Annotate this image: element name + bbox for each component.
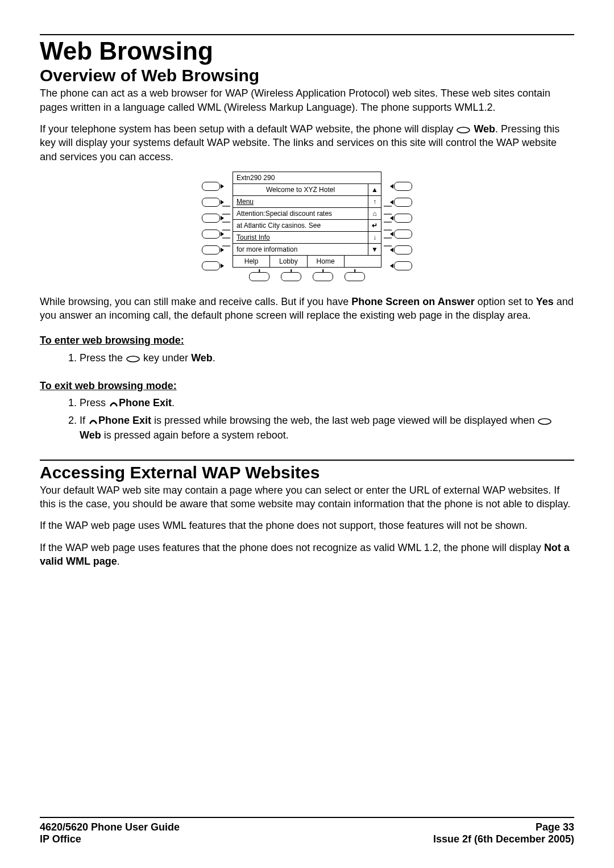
p2-web: Web bbox=[474, 123, 495, 135]
side-button-right bbox=[394, 214, 412, 223]
footer-left1: 4620/5620 Phone User Guide bbox=[40, 821, 180, 833]
section2-p2: If the WAP web page uses WML features th… bbox=[40, 519, 574, 532]
top-rule bbox=[40, 34, 574, 35]
scroll-page-up-icon: ▲ bbox=[368, 184, 381, 196]
side-button-left bbox=[202, 182, 220, 191]
scroll-page-down-icon: ▼ bbox=[368, 244, 381, 255]
bottom-soft-buttons bbox=[233, 268, 381, 281]
section1-p3: While browsing, you can still make and r… bbox=[40, 295, 574, 323]
side-button-right bbox=[394, 182, 412, 191]
page-title: Web Browsing bbox=[40, 37, 574, 65]
soft-button bbox=[313, 272, 333, 281]
svg-point-1 bbox=[127, 356, 139, 362]
section1-p2: If your telephone system has been setup … bbox=[40, 122, 574, 164]
exit-steps: Press Phone Exit. If Phone Exit is press… bbox=[40, 396, 574, 443]
scroll-up-icon: ↑ bbox=[368, 196, 381, 208]
side-button-right bbox=[394, 198, 412, 207]
screen-scrollbar: ▲ ↑ ⌂ ↵ ↓ ▼ bbox=[368, 184, 381, 255]
side-button-right bbox=[394, 229, 412, 239]
side-button-right bbox=[394, 261, 412, 270]
exit-heading: To exit web browsing mode: bbox=[40, 379, 574, 393]
enter-steps: Press the key under Web. bbox=[40, 351, 574, 365]
exit-step-1: Press Phone Exit. bbox=[80, 396, 574, 410]
footer-right2: Issue 2f (6th December 2005) bbox=[433, 833, 574, 845]
softkey-blank bbox=[345, 256, 381, 267]
phone-icon bbox=[88, 416, 98, 425]
soft-key-icon bbox=[537, 418, 552, 425]
svg-point-0 bbox=[457, 127, 470, 133]
screen-line2: at Atlantic City casinos. See bbox=[233, 220, 368, 232]
section2-p3: If the WAP web page uses features that t… bbox=[40, 541, 574, 569]
page-footer: 4620/5620 Phone User Guide IP Office Pag… bbox=[40, 817, 574, 845]
softkey-home: Home bbox=[308, 256, 345, 267]
screen-line1: Attention:Special discount rates bbox=[233, 208, 368, 220]
soft-button bbox=[281, 272, 301, 281]
side-button-left bbox=[202, 198, 220, 207]
p3-yes: Yes bbox=[536, 296, 554, 307]
footer-left2: IP Office bbox=[40, 833, 180, 845]
screen-tourist: Tourist Info bbox=[233, 232, 368, 244]
p3-b: option set to bbox=[475, 296, 536, 307]
phone-diagram: Extn290 290 Welcome to XYZ Hotel Menu At… bbox=[40, 172, 574, 281]
left-side-buttons bbox=[202, 178, 220, 274]
softkey-row: Help Lobby Home bbox=[233, 255, 381, 267]
side-button-left bbox=[202, 214, 220, 223]
side-button-left bbox=[202, 261, 220, 270]
softkey-lobby: Lobby bbox=[270, 256, 307, 267]
right-side-buttons bbox=[394, 178, 412, 274]
p3-opt: Phone Screen on Answer bbox=[351, 296, 474, 307]
soft-key-icon bbox=[456, 126, 471, 134]
phone-screen: Extn290 290 Welcome to XYZ Hotel Menu At… bbox=[233, 172, 381, 268]
section2-p1: Your default WAP web site may contain a … bbox=[40, 483, 574, 511]
section2-rule bbox=[40, 460, 574, 461]
svg-point-2 bbox=[538, 419, 551, 424]
home-icon: ⌂ bbox=[368, 208, 381, 220]
screen-title: Extn290 290 bbox=[233, 172, 381, 184]
exit-step-2: If Phone Exit is pressed while browsing … bbox=[80, 414, 574, 442]
section1-p1: The phone can act as a web browser for W… bbox=[40, 86, 574, 114]
screen-more: for more information bbox=[233, 244, 368, 255]
side-button-right bbox=[394, 245, 412, 254]
enter-heading: To enter web browsing mode: bbox=[40, 333, 574, 347]
back-icon: ↵ bbox=[368, 220, 381, 232]
screen-welcome: Welcome to XYZ Hotel bbox=[233, 184, 368, 196]
side-button-left bbox=[202, 245, 220, 254]
p2-a: If your telephone system has been setup … bbox=[40, 123, 456, 135]
footer-right1: Page 33 bbox=[433, 821, 574, 833]
soft-key-icon bbox=[126, 355, 140, 363]
section2-heading: Accessing External WAP Websites bbox=[40, 463, 574, 482]
scroll-down-icon: ↓ bbox=[368, 232, 381, 244]
phone-icon bbox=[109, 399, 119, 408]
p3-a: While browsing, you can still make and r… bbox=[40, 296, 351, 307]
screen-menu: Menu bbox=[233, 196, 368, 208]
side-button-left bbox=[202, 229, 220, 239]
enter-step-1: Press the key under Web. bbox=[80, 351, 574, 365]
section1-heading: Overview of Web Browsing bbox=[40, 66, 574, 85]
soft-button bbox=[249, 272, 269, 281]
soft-button bbox=[345, 272, 365, 281]
softkey-help: Help bbox=[233, 256, 270, 267]
